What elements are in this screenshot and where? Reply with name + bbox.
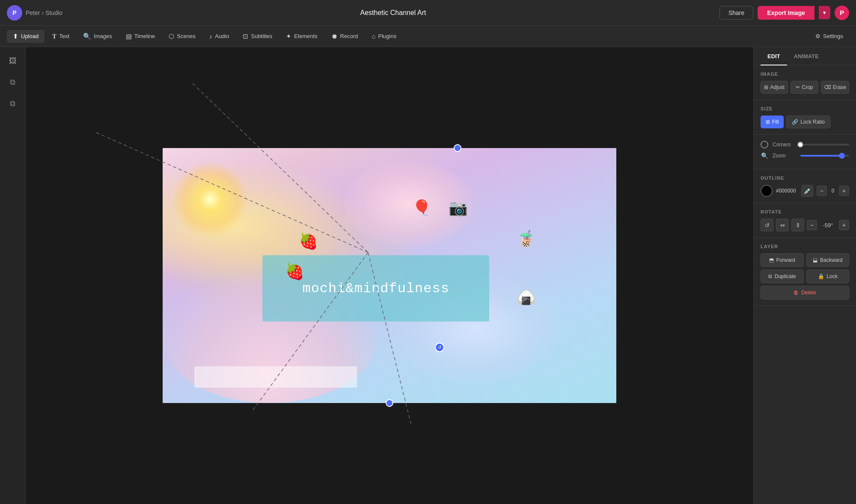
forward-button[interactable]: ⬒ Forward [761, 253, 804, 267]
erase-label: Erase [833, 84, 846, 90]
backward-label: Backward [820, 257, 843, 263]
fill-button[interactable]: ⊞ Fill [761, 116, 784, 128]
left-icon-layers[interactable]: ⧉ [4, 74, 21, 91]
duplicate-button[interactable]: ⧉ Duplicate [761, 270, 804, 283]
tab-edit[interactable]: EDIT [761, 47, 787, 65]
breadcrumb-sep: › [42, 9, 44, 16]
rotate-flip-v-button[interactable]: ⇕ [791, 219, 804, 231]
canvas-wrapper: mochi&mindfulness 🍓 🎈 📷 🍓 🧋 🍙 ↺ [163, 148, 616, 403]
scenes-icon: ⬡ [169, 33, 174, 40]
toolbar-label-images: Images [94, 33, 112, 39]
corners-icon [761, 141, 768, 148]
layer-label: LAYER [761, 244, 849, 249]
rotate-flip-h-button[interactable]: ⇔ [776, 219, 789, 231]
page-title: Aesthetic Channel Art [72, 9, 714, 17]
adjust-button[interactable]: ⊞ Adjust [761, 81, 788, 94]
export-dropdown-button[interactable]: ▾ [819, 6, 830, 19]
handle-bottom-center[interactable] [386, 399, 393, 407]
outline-decrease-button[interactable]: − [817, 186, 827, 196]
toolbar-label-upload: Upload [21, 33, 39, 39]
audio-icon: ♪ [209, 33, 213, 40]
rotate-handle[interactable]: ↺ [435, 343, 444, 352]
brand-avatar: P [7, 5, 22, 21]
upload-icon: ⬆ [13, 33, 18, 40]
left-sidebar: 🖼 ⧉ ⧉ [0, 47, 26, 504]
left-icon-copy[interactable]: ⧉ [4, 95, 21, 112]
banner-text: mochi&mindfulness [302, 280, 449, 296]
rotate-increase-button[interactable]: + [839, 220, 849, 230]
panel-tabs: EDIT ANIMATE [754, 47, 856, 65]
image-section-label: IMAGE [761, 71, 849, 77]
image-section: IMAGE ⊞ Adjust ✂ Crop ⌫ Erase [754, 65, 856, 100]
rotate-ccw-button[interactable]: ↺ [761, 219, 773, 231]
layer-section: LAYER ⬒ Forward ⬓ Backward ⧉ Duplicate 🔒… [754, 238, 856, 306]
sticker-strawberry-2[interactable]: 🍓 [285, 263, 304, 281]
sticker-coffee[interactable]: 🧋 [517, 230, 536, 248]
toolbar-label-elements: Elements [294, 33, 317, 39]
breadcrumb-workspace[interactable]: Studio [45, 9, 62, 16]
fill-icon: ⊞ [766, 119, 770, 125]
toolbar-item-timeline[interactable]: ▤ Timeline [120, 30, 161, 43]
toolbar-label-text: Text [59, 33, 69, 39]
rotate-decrease-button[interactable]: − [807, 220, 817, 230]
canvas-area[interactable]: .dashed-sel { stroke: #666; stroke-width… [26, 47, 753, 504]
images-icon: 🔍 [83, 33, 91, 40]
toolbar-label-audio: Audio [215, 33, 229, 39]
toolbar-label-subtitles: Subtitles [251, 33, 272, 39]
toolbar-item-subtitles[interactable]: ⊡ Subtitles [237, 30, 278, 43]
toolbar-item-text[interactable]: 𝐓 Text [46, 30, 75, 43]
outline-label: OUTLINE [761, 175, 849, 181]
erase-button[interactable]: ⌫ Erase [821, 81, 849, 94]
rotate-label: ROTATE [761, 209, 849, 214]
zoom-slider[interactable] [800, 155, 849, 157]
toolbar-item-scenes[interactable]: ⬡ Scenes [163, 30, 201, 43]
backward-button[interactable]: ⬓ Backward [806, 253, 850, 267]
handle-top-right[interactable] [454, 144, 461, 152]
breadcrumb-user[interactable]: Peter [26, 9, 40, 16]
lock-button[interactable]: 🔒 Lock [806, 270, 850, 283]
crop-label: Crop [802, 84, 813, 90]
sticker-camera[interactable]: 📷 [449, 199, 468, 217]
toolbar-item-images[interactable]: 🔍 Images [77, 30, 118, 43]
tab-animate[interactable]: ANIMATE [787, 47, 826, 65]
image-buttons: ⊞ Adjust ✂ Crop ⌫ Erase [761, 81, 849, 94]
eyedropper-button[interactable]: 💉 [801, 185, 813, 197]
sticker-riceball[interactable]: 🍙 [517, 288, 536, 306]
brand-area: P Peter › Studio [7, 5, 67, 21]
left-icon-image[interactable]: 🖼 [4, 52, 21, 69]
toolbar-item-upload[interactable]: ⬆ Upload [7, 30, 45, 43]
toolbar-label-record: Record [340, 33, 358, 39]
size-section-label: SIZE [761, 106, 849, 111]
canvas-image[interactable]: mochi&mindfulness 🍓 🎈 📷 🍓 🧋 🍙 [163, 148, 616, 403]
toolbar-item-elements[interactable]: ✦ Elements [280, 30, 323, 43]
delete-button[interactable]: 🗑 Delete [761, 286, 849, 299]
crop-button[interactable]: ✂ Crop [791, 81, 818, 94]
zoom-row: 🔍 Zoom [761, 152, 849, 160]
top-bar: P Peter › Studio Aesthetic Channel Art S… [0, 0, 856, 26]
sticker-balloons[interactable]: 🎈 [412, 199, 431, 217]
outline-increase-button[interactable]: + [839, 186, 849, 196]
settings-icon: ⚙ [815, 33, 820, 39]
timeline-icon: ▤ [126, 33, 132, 40]
user-avatar[interactable]: P [835, 6, 849, 20]
lock-ratio-button[interactable]: 🔗 Lock Ratio [786, 116, 830, 128]
toolbar-item-audio[interactable]: ♪ Audio [203, 30, 235, 42]
toolbar-item-record[interactable]: ⏺ Record [325, 30, 364, 42]
forward-label: Forward [776, 257, 795, 263]
outline-color-swatch[interactable] [761, 185, 773, 197]
text-icon: 𝐓 [52, 33, 56, 40]
corners-section: Corners 🔍 Zoom [754, 135, 856, 169]
settings-item[interactable]: ⚙ Settings [809, 30, 849, 42]
outline-num-control: − 0 + [817, 186, 849, 196]
toolbar-label-plugins: Plugins [378, 33, 397, 39]
settings-label: Settings [823, 33, 843, 39]
lock-label: Lock [827, 273, 838, 279]
corners-slider[interactable] [800, 144, 849, 145]
forward-icon: ⬒ [769, 257, 774, 263]
outline-row: #000000 💉 − 0 + [761, 185, 849, 197]
toolbar-item-plugins[interactable]: ⌂ Plugins [366, 30, 402, 42]
fill-label: Fill [772, 119, 779, 125]
sticker-strawberry-1[interactable]: 🍓 [299, 232, 318, 250]
export-button[interactable]: Export Image [758, 6, 814, 20]
share-button[interactable]: Share [719, 6, 753, 20]
